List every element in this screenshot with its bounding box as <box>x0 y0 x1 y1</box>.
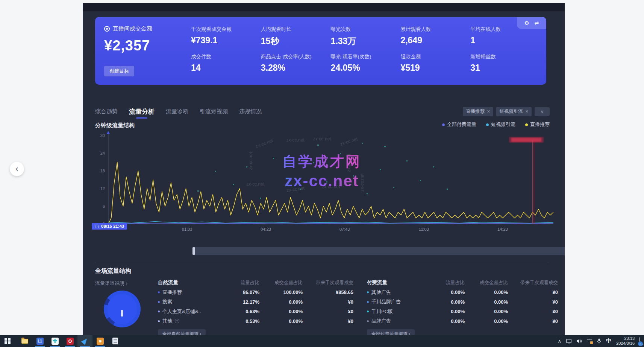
decor-speck <box>433 166 434 167</box>
row-label: 个人主页&店铺&.. <box>158 308 222 315</box>
screen-share-icon[interactable] <box>587 339 592 343</box>
channel-dot <box>367 291 369 293</box>
row-value: ¥0 <box>508 289 558 295</box>
back-button[interactable]: ‹ <box>10 162 24 176</box>
channel-name: 直播推荐 <box>162 289 182 296</box>
tab-综合趋势[interactable]: 综合趋势 <box>95 108 118 115</box>
column-header: 带来千次观看成交 <box>508 280 558 286</box>
close-icon[interactable]: ✕ <box>525 109 529 114</box>
taskbar-app-o[interactable] <box>62 335 77 347</box>
windows-logo-icon <box>5 338 11 344</box>
legend-item[interactable]: 全部付费流量 <box>442 121 476 128</box>
legend-item[interactable]: 直播推荐 <box>525 121 550 128</box>
row-value: 0.00% <box>465 299 508 305</box>
filter-area: 直播推荐✕短视频引流✕∨ <box>463 107 550 116</box>
taskbar-app-orange[interactable] <box>92 335 108 347</box>
row-value: 0.00% <box>259 309 303 314</box>
microphone-icon[interactable] <box>597 338 601 344</box>
axis-start-chip[interactable]: ⋮⋮ 08/15 21:43 <box>92 223 127 230</box>
chevron-left-icon: ‹ <box>15 164 18 174</box>
legend-dot <box>442 123 445 126</box>
row-value: ¥0 <box>508 309 558 314</box>
tab-违规情况[interactable]: 违规情况 <box>239 108 262 115</box>
row-value: 100.00% <box>259 289 303 295</box>
ime-indicator[interactable]: 中 <box>606 338 611 344</box>
row-value: 12.17% <box>222 299 259 305</box>
folder-icon <box>21 339 28 344</box>
column-header: 流量占比 <box>427 280 465 286</box>
orange-app-icon <box>97 338 104 345</box>
channel-name: 个人主页&店铺&.. <box>162 308 201 315</box>
decor-speck <box>300 189 301 190</box>
start-button[interactable] <box>0 335 15 347</box>
close-icon[interactable]: ✕ <box>487 109 490 114</box>
legend-item[interactable]: 短视频引流 <box>486 121 515 128</box>
row-label: 千川品牌广告 <box>367 298 427 305</box>
slider-left-handle[interactable] <box>192 247 195 255</box>
create-goal-button[interactable]: 创建目标 <box>104 66 134 76</box>
metric-cell: 商品点击-成交率(人数)3.28% <box>261 52 327 79</box>
taskbar-clock[interactable]: 23:13 2024/8/16 <box>616 336 635 346</box>
taskbar-app-l1[interactable]: L1 <box>32 335 47 347</box>
channel-dot <box>158 301 160 303</box>
table-header-name: 付费流量 <box>367 279 427 286</box>
tab-bar: 综合趋势流量分析流量诊断引流短视频违规情况 直播推荐✕短视频引流✕∨ <box>95 105 550 117</box>
table-header: 自然流量流量占比成交金额占比带来千次观看成交 <box>158 278 353 288</box>
tab-流量分析[interactable]: 流量分析 <box>129 107 155 116</box>
decor-speck <box>353 175 354 177</box>
table-footer-link[interactable]: 全部付费流量渠道 › <box>367 329 415 335</box>
decor-speck <box>406 160 408 161</box>
decor-speck <box>286 178 288 179</box>
metric-label: 千次观看成交金额 <box>191 26 257 33</box>
filter-chip[interactable]: 短视频引流✕ <box>496 107 532 116</box>
svg-text:11:03: 11:03 <box>419 227 429 231</box>
paid-traffic-table: 付费流量流量占比成交金额占比带来千次观看成交其他广告0.00%0.00%¥0千川… <box>367 278 558 335</box>
metric-value: 2,649 <box>400 35 467 46</box>
row-value: 0.00% <box>465 289 508 295</box>
tab-引流短视频[interactable]: 引流短视频 <box>200 108 228 115</box>
filter-chip[interactable]: 直播推荐✕ <box>463 107 493 116</box>
table-row: 其他?0.53%0.00%¥0 <box>158 317 353 326</box>
table-row: 直播推荐86.07%100.00%¥858.65 <box>158 288 353 297</box>
decor-speck <box>197 190 199 192</box>
metric-label: 累计观看人数 <box>400 26 467 33</box>
clock-time: 23:13 <box>616 336 635 341</box>
channel-dot <box>158 320 160 322</box>
row-value: 0.00% <box>259 299 303 305</box>
taskbar-notepad[interactable] <box>108 335 123 347</box>
row-value: 0.00% <box>259 318 303 324</box>
decor-speck <box>384 146 386 147</box>
tab-流量诊断[interactable]: 流量诊断 <box>166 108 188 115</box>
chart-section-title: 分钟级流量结构 <box>95 122 135 129</box>
data-zoom-slider[interactable] <box>192 247 565 255</box>
network-icon[interactable] <box>566 339 571 343</box>
metric-value: 14 <box>191 63 257 73</box>
table-footer-link[interactable]: 全部自然流量渠道 › <box>158 329 206 335</box>
metric-value: 15秒 <box>261 35 327 47</box>
filter-dropdown[interactable]: ∨ <box>535 107 550 116</box>
taskbar-app-cross[interactable]: ✚ <box>47 335 62 347</box>
channel-note-link[interactable]: 流量渠道说明 › <box>95 280 127 287</box>
speaker-icon[interactable] <box>576 339 582 344</box>
info-icon[interactable]: ? <box>175 319 179 323</box>
decor-speck <box>447 189 448 190</box>
column-header: 成交金额占比 <box>259 280 303 286</box>
decor-speck <box>246 166 247 167</box>
window-titlebar <box>83 3 565 11</box>
tray-chevron-up-icon[interactable]: ∧ <box>558 338 562 344</box>
table-row: 千川PC版0.00%0.00%¥0 <box>367 307 558 317</box>
svg-text:18: 18 <box>100 169 105 173</box>
row-value: 0.63% <box>222 309 259 314</box>
metric-cell: 曝光次数1.33万 <box>331 24 397 52</box>
primary-metric-label: 直播间成交金额 <box>113 25 152 32</box>
live-summary-card: ⚙ ⇌ 直播间成交金额 ¥2,357 创建目标 千次观看成交金额¥739.1人均… <box>95 17 546 85</box>
channel-name: 千川PC版 <box>371 308 393 315</box>
legend-dot <box>525 123 528 126</box>
notification-center[interactable]: 3 <box>639 338 640 344</box>
decor-speck <box>215 171 216 172</box>
row-value: ¥0 <box>508 318 558 324</box>
svg-text:12: 12 <box>100 186 105 191</box>
taskbar-app-pointer[interactable] <box>77 335 92 347</box>
taskbar-file-explorer[interactable] <box>17 335 32 347</box>
table-header-name: 自然流量 <box>158 279 222 286</box>
